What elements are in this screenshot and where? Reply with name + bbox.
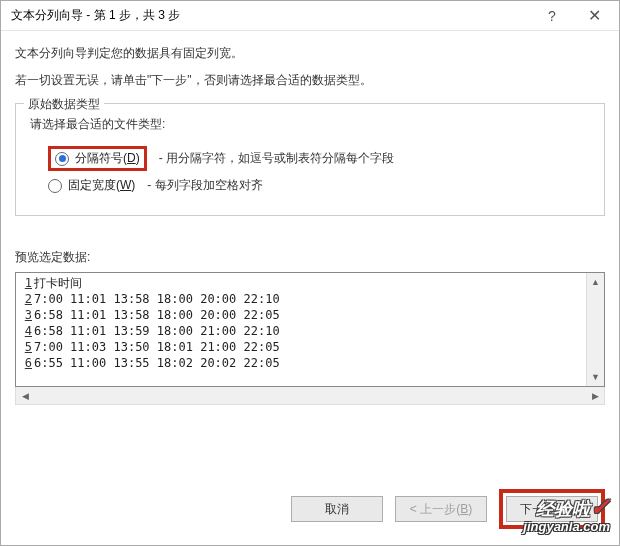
scroll-down-icon[interactable]: ▼ — [587, 368, 604, 386]
radio-delimited-desc: - 用分隔字符，如逗号或制表符分隔每个字段 — [159, 150, 394, 167]
row-number: 2 — [18, 291, 32, 307]
radio-fixed-label[interactable]: 固定宽度(W) — [68, 177, 135, 194]
scroll-right-icon[interactable]: ▶ — [586, 391, 604, 401]
radio-fixed-desc: - 每列字段加空格对齐 — [147, 177, 262, 194]
button-bar: 取消 < 上一步(B) 下一步(N) > — [1, 475, 619, 545]
back-button: < 上一步(B) — [395, 496, 487, 522]
horizontal-scrollbar[interactable]: ◀ ▶ — [15, 387, 605, 405]
preview-row: 46:58 11:01 13:59 18:00 21:00 22:10 — [18, 323, 584, 339]
dialog-content: 文本分列向导判定您的数据具有固定列宽。 若一切设置无误，请单击"下一步"，否则请… — [1, 31, 619, 475]
vertical-scrollbar[interactable]: ▲ ▼ — [586, 273, 604, 386]
radio-fixed-width[interactable] — [48, 179, 62, 193]
row-number: 1 — [18, 275, 32, 291]
row-text: 6:55 11:00 13:55 18:02 20:02 22:05 — [34, 355, 280, 371]
preview-row: 1打卡时间 — [18, 275, 584, 291]
titlebar: 文本分列向导 - 第 1 步，共 3 步 ? ✕ — [1, 1, 619, 31]
wizard-dialog: 文本分列向导 - 第 1 步，共 3 步 ? ✕ 文本分列向导判定您的数据具有固… — [0, 0, 620, 546]
row-text: 6:58 11:01 13:59 18:00 21:00 22:10 — [34, 323, 280, 339]
description-line-2: 若一切设置无误，请单击"下一步"，否则请选择最合适的数据类型。 — [15, 72, 605, 89]
preview-box: 1打卡时间27:00 11:01 13:58 18:00 20:00 22:10… — [15, 272, 605, 387]
original-data-type-fieldset: 原始数据类型 请选择最合适的文件类型: 分隔符号(D) - 用分隔字符，如逗号或… — [15, 103, 605, 216]
next-button[interactable]: 下一步(N) > — [506, 496, 598, 522]
highlight-delimited: 分隔符号(D) — [48, 146, 147, 171]
preview-label: 预览选定数据: — [15, 249, 605, 266]
row-number: 4 — [18, 323, 32, 339]
description-line-1: 文本分列向导判定您的数据具有固定列宽。 — [15, 45, 605, 62]
option-row-delimited: 分隔符号(D) - 用分隔字符，如逗号或制表符分隔每个字段 — [30, 143, 590, 174]
close-button[interactable]: ✕ — [573, 2, 615, 30]
row-number: 6 — [18, 355, 32, 371]
preview-row: 57:00 11:03 13:50 18:01 21:00 22:05 — [18, 339, 584, 355]
row-text: 7:00 11:03 13:50 18:01 21:00 22:05 — [34, 339, 280, 355]
scroll-up-icon[interactable]: ▲ — [587, 273, 604, 291]
scroll-left-icon[interactable]: ◀ — [16, 391, 34, 401]
radio-delimited[interactable] — [55, 152, 69, 166]
fieldset-legend: 原始数据类型 — [24, 96, 104, 113]
row-text: 6:58 11:01 13:58 18:00 20:00 22:05 — [34, 307, 280, 323]
help-button[interactable]: ? — [531, 2, 573, 30]
cancel-button[interactable]: 取消 — [291, 496, 383, 522]
row-number: 5 — [18, 339, 32, 355]
option-row-fixed: 固定宽度(W) - 每列字段加空格对齐 — [30, 174, 590, 197]
preview-row: 66:55 11:00 13:55 18:02 20:02 22:05 — [18, 355, 584, 371]
preview-area: 预览选定数据: 1打卡时间27:00 11:01 13:58 18:00 20:… — [15, 249, 605, 405]
row-text: 7:00 11:01 13:58 18:00 20:00 22:10 — [34, 291, 280, 307]
preview-row: 36:58 11:01 13:58 18:00 20:00 22:05 — [18, 307, 584, 323]
row-number: 3 — [18, 307, 32, 323]
highlight-next: 下一步(N) > — [499, 489, 605, 529]
option-prompt: 请选择最合适的文件类型: — [30, 116, 590, 133]
preview-row: 27:00 11:01 13:58 18:00 20:00 22:10 — [18, 291, 584, 307]
radio-delimited-label[interactable]: 分隔符号(D) — [75, 150, 140, 167]
row-text: 打卡时间 — [34, 275, 82, 291]
dialog-title: 文本分列向导 - 第 1 步，共 3 步 — [11, 7, 531, 24]
preview-content: 1打卡时间27:00 11:01 13:58 18:00 20:00 22:10… — [16, 273, 586, 386]
scroll-track[interactable] — [587, 291, 604, 368]
